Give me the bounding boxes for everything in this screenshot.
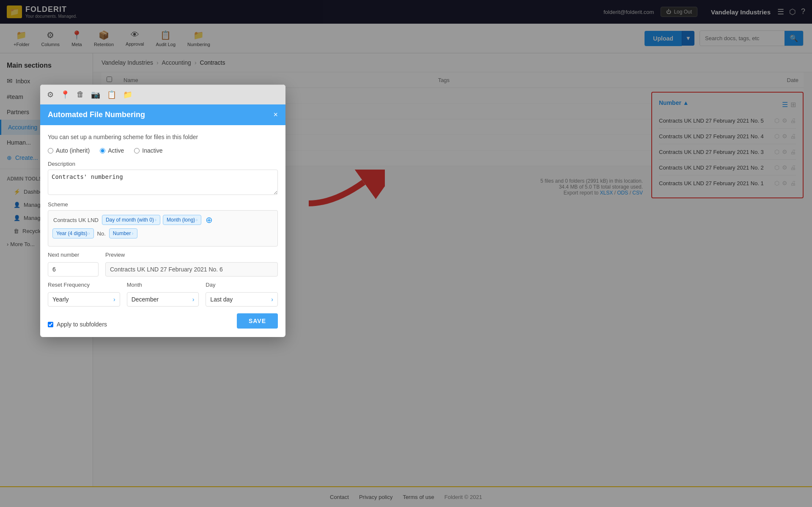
scheme-label: Scheme [48,201,278,208]
radio-active-input[interactable] [100,148,105,153]
modal-description: You can set up a numbering scheme for fi… [48,134,278,140]
radio-auto-label: Auto (inherit) [56,147,90,154]
reset-freq-value: Yearly [52,296,69,303]
modal-toolbar-icon-4[interactable]: 📷 [89,88,102,101]
scheme-row-1: Contracts UK LND Day of month (with 0)› … [52,215,273,225]
day-select[interactable]: Last day › [206,292,278,307]
modal-title: Automated File Numbering [48,110,145,119]
form-row-numbers: Next number Preview [48,252,278,277]
next-number-input[interactable] [48,262,99,277]
preview-label: Preview [105,252,278,258]
day-label: Day [206,282,278,288]
modal-dialog: ⚙ 📍 🗑 📷 📋 📁 Automated File Numbering × Y… [40,85,285,337]
next-number-col: Next number [48,252,99,277]
modal-toolbar: ⚙ 📍 🗑 📷 📋 📁 [40,85,285,104]
reset-freq-label: Reset Frequency [48,282,120,288]
radio-active-label: Active [108,147,124,154]
month-col: Month December › [127,282,199,307]
chevron-right-icon: › [192,296,195,303]
radio-auto-input[interactable] [48,148,53,153]
modal-body: You can set up a numbering scheme for fi… [40,125,285,337]
description-label: Description [48,161,278,167]
modal-overlay: ⚙ 📍 🗑 📷 📋 📁 Automated File Numbering × Y… [0,0,812,507]
reset-freq-col: Reset Frequency Yearly › [48,282,120,307]
preview-input [105,262,278,277]
scheme-tag-month[interactable]: Month (long)› [163,215,201,225]
scheme-box: Contracts UK LND Day of month (with 0)› … [48,210,278,247]
modal-header: Automated File Numbering × [40,104,285,125]
month-label: Month [127,282,199,288]
scheme-no-text: No. [96,229,107,238]
radio-auto[interactable]: Auto (inherit) [48,147,90,154]
preview-col: Preview [105,252,278,277]
day-value: Last day [210,296,233,303]
radio-active[interactable]: Active [100,147,124,154]
form-row-reset: Reset Frequency Yearly › Month December … [48,282,278,307]
save-button[interactable]: SAVE [237,313,278,329]
scheme-add-button[interactable]: ⊕ [206,215,213,225]
apply-subfolders-checkbox[interactable] [48,322,53,327]
chevron-right-icon: › [113,296,115,303]
apply-subfolders-row: Apply to subfolders [48,321,107,328]
reset-freq-select[interactable]: Yearly › [48,292,120,307]
modal-toolbar-icon-1[interactable]: ⚙ [45,88,55,101]
modal-toolbar-icon-3[interactable]: 🗑 [75,88,86,101]
month-value: December [132,296,159,303]
radio-inactive-input[interactable] [134,148,140,153]
modal-toolbar-icon-5[interactable]: 📋 [105,88,118,101]
modal-toolbar-icon-2[interactable]: 📍 [59,88,71,101]
month-select[interactable]: December › [127,292,199,307]
scheme-tag-number[interactable]: Number› [109,228,137,238]
scheme-tag-day[interactable]: Day of month (with 0)› [102,215,160,225]
description-textarea[interactable]: Contracts' numbering [48,170,278,195]
numbering-status-radio-group: Auto (inherit) Active Inactive [48,147,278,154]
scheme-tag-year[interactable]: Year (4 digits)› [52,228,94,238]
scheme-static-text: Contracts UK LND [52,215,99,225]
apply-subfolders-label: Apply to subfolders [57,321,107,328]
radio-inactive[interactable]: Inactive [134,147,162,154]
chevron-right-icon: › [271,296,273,303]
radio-inactive-label: Inactive [142,147,162,154]
scheme-row-2: Year (4 digits)› No. Number› [52,228,273,238]
next-number-label: Next number [48,252,99,258]
modal-toolbar-icon-6[interactable]: 📁 [121,88,134,101]
modal-close-button[interactable]: × [273,110,278,119]
day-col: Day Last day › [206,282,278,307]
